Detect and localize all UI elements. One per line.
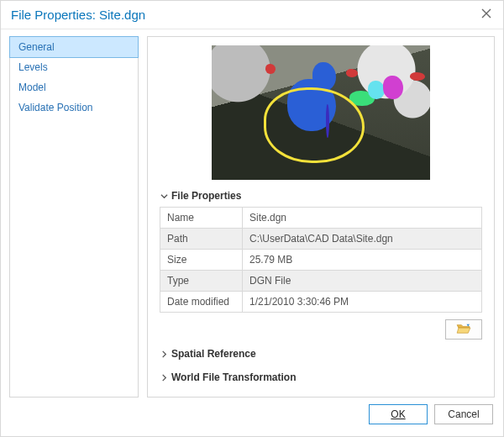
close-icon (481, 8, 491, 21)
section-title: Spatial Reference (171, 348, 256, 360)
sidebar-item-label: Validate Position (18, 102, 93, 113)
table-row: Path C:\UserData\CAD Data\Site.dgn (160, 229, 482, 250)
sidebar-item-label: General (18, 41, 55, 53)
folder-open-icon (456, 323, 471, 337)
prop-key: Type (160, 271, 243, 292)
sidebar-item-model[interactable]: Model (10, 77, 138, 97)
section-header-world-file-transformation[interactable]: World File Transformation (160, 365, 482, 388)
dialog-body: General Levels Model Validate Position (1, 29, 503, 401)
sidebar-item-general[interactable]: General (9, 36, 139, 58)
sidebar-item-label: Model (18, 82, 46, 93)
table-row: Type DGN File (160, 271, 482, 292)
titlebar: File Properties: Site.dgn (1, 1, 503, 29)
prop-value: 25.79 MB (243, 250, 482, 271)
cancel-button[interactable]: Cancel (434, 404, 493, 424)
chevron-right-icon (160, 350, 168, 358)
sidebar: General Levels Model Validate Position (9, 36, 139, 398)
window-title: File Properties: Site.dgn (11, 8, 145, 22)
section-title: World File Transformation (171, 371, 296, 383)
prop-value: Site.dgn (243, 208, 482, 229)
section-header-file-properties[interactable]: File Properties (160, 183, 482, 207)
table-row: Date modified 1/21/2010 3:30:46 PM (160, 292, 482, 313)
main-panel: File Properties Name Site.dgn Path C:\Us… (147, 36, 495, 398)
table-row: Size 25.79 MB (160, 250, 482, 271)
file-properties-table: Name Site.dgn Path C:\UserData\CAD Data\… (160, 207, 482, 313)
prop-value: 1/21/2010 3:30:46 PM (243, 292, 482, 313)
prop-key: Name (160, 208, 243, 229)
prop-value: DGN File (243, 271, 482, 292)
sidebar-item-levels[interactable]: Levels (10, 57, 138, 77)
file-properties-dialog: File Properties: Site.dgn General Levels… (0, 0, 504, 437)
browse-row (160, 313, 482, 341)
section-title: File Properties (171, 190, 241, 202)
sidebar-item-validate-position[interactable]: Validate Position (10, 97, 138, 118)
prop-key: Date modified (160, 292, 243, 313)
chevron-down-icon (160, 192, 168, 200)
ok-button[interactable]: OK (369, 404, 428, 424)
sidebar-item-label: Levels (18, 61, 48, 73)
browse-button[interactable] (445, 319, 482, 340)
close-button[interactable] (480, 8, 493, 22)
section-header-spatial-reference[interactable]: Spatial Reference (160, 341, 482, 365)
file-thumbnail (212, 45, 430, 180)
prop-key: Path (160, 229, 243, 250)
table-row: Name Site.dgn (160, 208, 482, 229)
dialog-footer: OK Cancel (1, 401, 503, 436)
prop-value: C:\UserData\CAD Data\Site.dgn (243, 229, 482, 250)
chevron-right-icon (160, 373, 168, 382)
prop-key: Size (160, 250, 243, 271)
